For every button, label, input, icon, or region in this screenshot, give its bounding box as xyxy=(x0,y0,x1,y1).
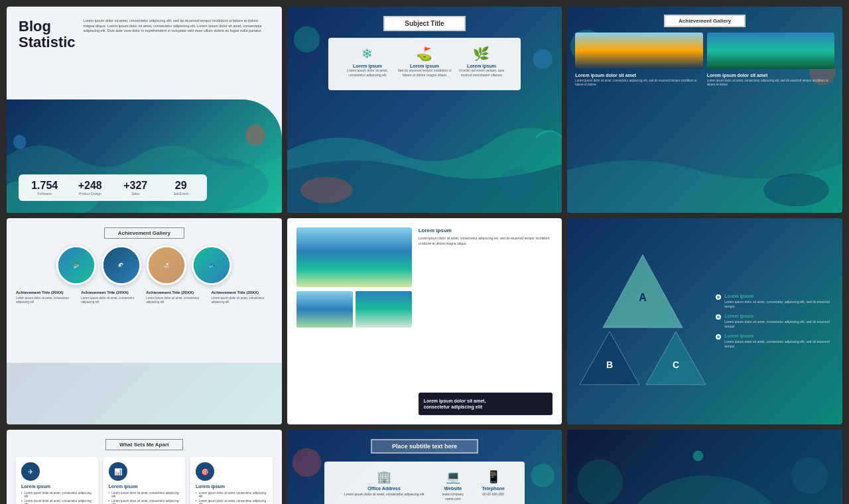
svg-text:B: B xyxy=(606,359,613,370)
slide7-card-1-icon: ✈ xyxy=(21,462,40,481)
slide6-item-1-body: Lorem ipsum dolor sit amet, consectetur … xyxy=(724,300,833,308)
slide4-ach-3-text: Lorem ipsum dolor sit amet, consectetur … xyxy=(146,296,207,304)
slide6-dot-2 xyxy=(716,314,721,320)
slide4-circle-4: 🐟 xyxy=(192,245,231,285)
slide6-item-2-body: Lorem ipsum dolor sit amet, consectetur … xyxy=(724,320,833,328)
slide3-images xyxy=(575,32,834,69)
slide8-phone-title: Telephone xyxy=(482,486,505,491)
slide6-item-2: Lorem ipsum Lorem ipsum dolor sit amet, … xyxy=(716,314,833,328)
slide3-title: Achievement Gallery xyxy=(664,15,746,27)
stat-followers-label: Followers xyxy=(27,192,63,196)
slide-1[interactable]: Blog Statistic Lorem ipsum dolor sit ame… xyxy=(7,7,282,213)
slide8-contact-box: 🏢 Office Address Lorem ipsum dolor sit a… xyxy=(324,462,525,504)
slide2-feature-2: ⛳ Lorem ipsum Sed do eiusmod tempor inci… xyxy=(396,46,453,77)
svg-point-23 xyxy=(791,457,828,493)
slide7-card-3: 🎯 Lorem ipsum •Lorem ipsum dolor sit ame… xyxy=(190,457,273,504)
stat-job-label: Job Event xyxy=(163,192,200,196)
slide4-achievements: Achievement Title (20XX) Lorem ipsum dol… xyxy=(16,290,273,304)
stat-sales-value: +327 xyxy=(117,180,154,192)
slide6-triangles: A B C xyxy=(576,227,709,415)
slide4-ach-4-title: Achievement Title (20XX) xyxy=(212,290,273,295)
slide4-ach-4-text: Lorem ipsum dolor sit amet, consectetur … xyxy=(212,296,273,304)
slide3-cap-1-title: Lorem ipsum dolor sit amet xyxy=(575,73,702,78)
slide5-text: Lorem ipsum dolor sit amet, consectetur … xyxy=(419,236,553,246)
slide-3[interactable]: Achievement Gallery Lorem ipsum dolor si… xyxy=(567,7,842,213)
slide7-title: What Sets Me Apart xyxy=(105,439,183,450)
stat-job: 29 Job Event xyxy=(163,180,200,196)
slide4-ach-4: Achievement Title (20XX) Lorem ipsum dol… xyxy=(212,290,273,304)
slide3-cap-1-text: Lorem ipsum dolor sit amet, consectetur … xyxy=(575,79,702,87)
svg-point-3 xyxy=(13,135,27,149)
slide6-item-2-text: Lorem ipsum Lorem ipsum dolor sit amet, … xyxy=(724,314,833,328)
slide5-sm-img-1 xyxy=(296,291,353,328)
stat-sales-label: Sales xyxy=(117,192,154,196)
slide2-feature-1: ❄ Lorem ipsum Lorem ipsum dolor sit amet… xyxy=(339,46,396,77)
svg-point-4 xyxy=(294,27,320,52)
svg-point-2 xyxy=(245,124,265,145)
slide4-ach-2-title: Achievement Title (20XX) xyxy=(81,290,142,295)
slide-5[interactable]: Lorem ipsum Lorem ipsum dolor sit amet, … xyxy=(287,218,562,424)
slide4-circle-2: 🌊 xyxy=(101,245,141,285)
slide6-dot-1 xyxy=(716,294,721,300)
svg-marker-15 xyxy=(646,332,706,385)
slide7-card-3-title: Lorem ipsum xyxy=(196,484,267,489)
slide2-feature-2-text: Sed do eiusmod tempor incididunt ut labo… xyxy=(396,68,453,77)
slide5-text-area: Lorem ipsum Lorem ipsum dolor sit amet, … xyxy=(419,227,553,415)
slide4-ach-1: Achievement Title (20XX) Lorem ipsum dol… xyxy=(16,290,77,304)
website-icon: 💻 xyxy=(442,470,464,484)
slide6-item-3-text: Lorem ipsum Lorem ipsum dolor sit amet, … xyxy=(724,334,833,348)
slide6-item-3-body: Lorem ipsum dolor sit amet, consectetur … xyxy=(724,340,833,348)
slide1-title: Blog Statistic xyxy=(19,19,76,50)
phone-icon: 📱 xyxy=(482,470,505,484)
slide2-content: ❄ Lorem ipsum Lorem ipsum dolor sit amet… xyxy=(328,38,521,90)
svg-marker-13 xyxy=(580,332,639,385)
svg-point-22 xyxy=(577,459,623,504)
svg-point-18 xyxy=(531,464,555,487)
slide4-circle-1: 🏄 xyxy=(56,245,96,285)
svg-point-6 xyxy=(300,177,352,203)
slide2-feature-3-title: Lorem ipsum xyxy=(453,64,510,68)
slide8-contact-website: 💻 Website www.company name.com xyxy=(442,470,464,501)
svg-text:C: C xyxy=(673,359,679,370)
slide2-title: Subject Title xyxy=(383,16,465,31)
slide7-card-3-icon: 🎯 xyxy=(196,462,214,481)
slide-2[interactable]: Subject Title ❄ Lorem ipsum Lorem ipsum … xyxy=(287,7,562,213)
slide6-list: Lorem ipsum Lorem ipsum dolor sit amet, … xyxy=(716,294,833,348)
slide7-card-2-b1: •Lorem ipsum dolor sit amet, consectetur… xyxy=(109,491,180,498)
slide4-ach-2-text: Lorem ipsum dolor sit amet, consectetur … xyxy=(81,296,142,304)
slide4-ach-3: Achievement Title (20XX) Lorem ipsum dol… xyxy=(146,290,207,304)
slide-6[interactable]: A B C xyxy=(567,218,842,424)
svg-marker-11 xyxy=(603,255,683,328)
slide8-address-title: Office Address xyxy=(344,486,424,491)
slide1-body: Lorem ipsum dolor sit amet, consectetur … xyxy=(84,19,270,50)
svg-point-7 xyxy=(500,167,533,200)
slide8-subtitle: Place subtitle text here xyxy=(371,439,478,454)
slide-7[interactable]: What Sets Me Apart ✈ Lorem ipsum •Lorem … xyxy=(7,430,282,504)
slide2-icon-1: ❄ xyxy=(339,46,396,62)
slide2-icons-row: ❄ Lorem ipsum Lorem ipsum dolor sit amet… xyxy=(339,46,510,77)
slide2-icon-3: 🌿 xyxy=(453,46,510,62)
slide7-card-2-b2: •Lorem ipsum dolor sit amet, consectetur… xyxy=(109,499,180,504)
slide7-card-2: 📊 Lorem ipsum •Lorem ipsum dolor sit ame… xyxy=(103,457,186,504)
slide4-ach-3-title: Achievement Title (20XX) xyxy=(146,290,207,295)
stat-product: +248 Product Design xyxy=(72,180,109,196)
slide7-card-2-icon: 📊 xyxy=(109,462,127,481)
svg-point-21 xyxy=(626,475,783,504)
slide7-card-1-b1: •Lorem ipsum dolor sit amet, consectetur… xyxy=(21,491,93,498)
slide5-small-images xyxy=(296,291,412,328)
slide-8[interactable]: Place subtitle text here 🏢 Office Addres… xyxy=(287,430,562,504)
slide7-card-1-b2: •Lorem ipsum dolor sit amet, consectetur… xyxy=(21,499,93,504)
slide7-card-3-b2: •Lorem ipsum dolor sit amet, consectetur… xyxy=(196,499,267,504)
slide8-phone-text: 00-00-000-000 xyxy=(482,492,505,497)
slide7-cards: ✈ Lorem ipsum •Lorem ipsum dolor sit ame… xyxy=(16,457,273,504)
slide7-card-1: ✈ Lorem ipsum •Lorem ipsum dolor sit ame… xyxy=(16,457,98,504)
slide4-ach-1-text: Lorem ipsum dolor sit amet, consectetur … xyxy=(16,296,77,304)
slide4-ach-2: Achievement Title (20XX) Lorem ipsum dol… xyxy=(81,290,142,304)
slide8-website-text: www.company name.com xyxy=(442,492,464,501)
slide2-feature-1-text: Lorem ipsum dolor sit amet, consectetur … xyxy=(339,68,396,77)
slide-4[interactable]: Achievement Gallery 🏄 🌊 🏖 🐟 Achievement … xyxy=(7,218,282,424)
slide-9[interactable]: 🕐 Break Section 01:00pm – 01:30pm xyxy=(567,430,842,504)
slide5-sm-img-2 xyxy=(356,291,412,328)
stat-followers-value: 1.754 xyxy=(27,180,63,192)
stat-job-value: 29 xyxy=(163,180,200,192)
